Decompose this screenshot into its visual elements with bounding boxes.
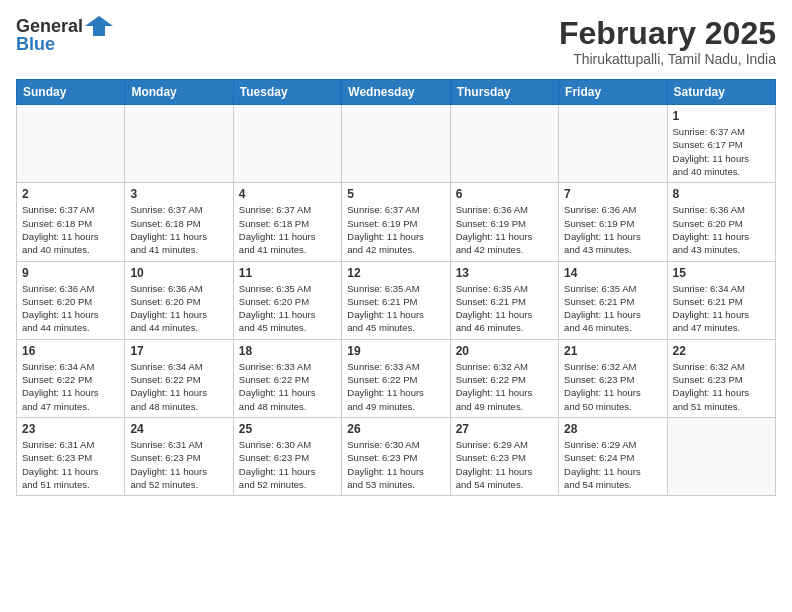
- day-number: 19: [347, 344, 444, 358]
- calendar-cell: 16Sunrise: 6:34 AMSunset: 6:22 PMDayligh…: [17, 339, 125, 417]
- day-info: Sunrise: 6:35 AMSunset: 6:21 PMDaylight:…: [564, 282, 661, 335]
- day-info: Sunrise: 6:34 AMSunset: 6:22 PMDaylight:…: [130, 360, 227, 413]
- day-info: Sunrise: 6:36 AMSunset: 6:20 PMDaylight:…: [130, 282, 227, 335]
- day-number: 22: [673, 344, 770, 358]
- day-number: 14: [564, 266, 661, 280]
- day-info: Sunrise: 6:30 AMSunset: 6:23 PMDaylight:…: [239, 438, 336, 491]
- day-number: 8: [673, 187, 770, 201]
- day-info: Sunrise: 6:30 AMSunset: 6:23 PMDaylight:…: [347, 438, 444, 491]
- col-header-friday: Friday: [559, 80, 667, 105]
- day-number: 27: [456, 422, 553, 436]
- calendar-cell: 4Sunrise: 6:37 AMSunset: 6:18 PMDaylight…: [233, 183, 341, 261]
- calendar-cell: 8Sunrise: 6:36 AMSunset: 6:20 PMDaylight…: [667, 183, 775, 261]
- day-info: Sunrise: 6:37 AMSunset: 6:18 PMDaylight:…: [239, 203, 336, 256]
- logo-text: General: [16, 17, 83, 35]
- day-number: 21: [564, 344, 661, 358]
- day-number: 15: [673, 266, 770, 280]
- calendar-cell: 21Sunrise: 6:32 AMSunset: 6:23 PMDayligh…: [559, 339, 667, 417]
- calendar-cell: 19Sunrise: 6:33 AMSunset: 6:22 PMDayligh…: [342, 339, 450, 417]
- day-info: Sunrise: 6:36 AMSunset: 6:20 PMDaylight:…: [673, 203, 770, 256]
- day-info: Sunrise: 6:34 AMSunset: 6:21 PMDaylight:…: [673, 282, 770, 335]
- calendar-cell: 10Sunrise: 6:36 AMSunset: 6:20 PMDayligh…: [125, 261, 233, 339]
- day-info: Sunrise: 6:35 AMSunset: 6:21 PMDaylight:…: [347, 282, 444, 335]
- day-info: Sunrise: 6:32 AMSunset: 6:23 PMDaylight:…: [673, 360, 770, 413]
- day-number: 23: [22, 422, 119, 436]
- day-number: 13: [456, 266, 553, 280]
- calendar-week-4: 23Sunrise: 6:31 AMSunset: 6:23 PMDayligh…: [17, 417, 776, 495]
- page-header: General Blue February 2025 Thirukattupal…: [16, 16, 776, 67]
- title-area: February 2025 Thirukattupalli, Tamil Nad…: [559, 16, 776, 67]
- calendar-cell: 22Sunrise: 6:32 AMSunset: 6:23 PMDayligh…: [667, 339, 775, 417]
- day-number: 7: [564, 187, 661, 201]
- calendar-cell: 26Sunrise: 6:30 AMSunset: 6:23 PMDayligh…: [342, 417, 450, 495]
- col-header-sunday: Sunday: [17, 80, 125, 105]
- calendar-cell: 14Sunrise: 6:35 AMSunset: 6:21 PMDayligh…: [559, 261, 667, 339]
- day-number: 28: [564, 422, 661, 436]
- day-info: Sunrise: 6:35 AMSunset: 6:21 PMDaylight:…: [456, 282, 553, 335]
- day-number: 20: [456, 344, 553, 358]
- calendar-cell: [233, 105, 341, 183]
- day-info: Sunrise: 6:36 AMSunset: 6:20 PMDaylight:…: [22, 282, 119, 335]
- calendar-cell: 11Sunrise: 6:35 AMSunset: 6:20 PMDayligh…: [233, 261, 341, 339]
- calendar-cell: 2Sunrise: 6:37 AMSunset: 6:18 PMDaylight…: [17, 183, 125, 261]
- calendar-cell: 28Sunrise: 6:29 AMSunset: 6:24 PMDayligh…: [559, 417, 667, 495]
- day-info: Sunrise: 6:29 AMSunset: 6:23 PMDaylight:…: [456, 438, 553, 491]
- calendar-cell: 3Sunrise: 6:37 AMSunset: 6:18 PMDaylight…: [125, 183, 233, 261]
- logo-icon: [85, 16, 113, 36]
- day-number: 2: [22, 187, 119, 201]
- calendar-week-2: 9Sunrise: 6:36 AMSunset: 6:20 PMDaylight…: [17, 261, 776, 339]
- calendar-cell: 7Sunrise: 6:36 AMSunset: 6:19 PMDaylight…: [559, 183, 667, 261]
- day-info: Sunrise: 6:36 AMSunset: 6:19 PMDaylight:…: [456, 203, 553, 256]
- col-header-wednesday: Wednesday: [342, 80, 450, 105]
- month-title: February 2025: [559, 16, 776, 51]
- day-number: 17: [130, 344, 227, 358]
- calendar-cell: 18Sunrise: 6:33 AMSunset: 6:22 PMDayligh…: [233, 339, 341, 417]
- day-info: Sunrise: 6:29 AMSunset: 6:24 PMDaylight:…: [564, 438, 661, 491]
- day-number: 16: [22, 344, 119, 358]
- day-info: Sunrise: 6:37 AMSunset: 6:18 PMDaylight:…: [22, 203, 119, 256]
- calendar-cell: 17Sunrise: 6:34 AMSunset: 6:22 PMDayligh…: [125, 339, 233, 417]
- calendar-cell: 12Sunrise: 6:35 AMSunset: 6:21 PMDayligh…: [342, 261, 450, 339]
- day-number: 26: [347, 422, 444, 436]
- calendar-cell: 5Sunrise: 6:37 AMSunset: 6:19 PMDaylight…: [342, 183, 450, 261]
- logo-blue: Blue: [16, 34, 55, 55]
- day-number: 10: [130, 266, 227, 280]
- calendar-cell: [559, 105, 667, 183]
- day-info: Sunrise: 6:33 AMSunset: 6:22 PMDaylight:…: [347, 360, 444, 413]
- calendar-week-0: 1Sunrise: 6:37 AMSunset: 6:17 PMDaylight…: [17, 105, 776, 183]
- calendar-week-3: 16Sunrise: 6:34 AMSunset: 6:22 PMDayligh…: [17, 339, 776, 417]
- calendar-cell: 24Sunrise: 6:31 AMSunset: 6:23 PMDayligh…: [125, 417, 233, 495]
- day-number: 4: [239, 187, 336, 201]
- location-title: Thirukattupalli, Tamil Nadu, India: [559, 51, 776, 67]
- day-number: 12: [347, 266, 444, 280]
- calendar-cell: 25Sunrise: 6:30 AMSunset: 6:23 PMDayligh…: [233, 417, 341, 495]
- logo: General Blue: [16, 16, 113, 55]
- calendar-cell: 20Sunrise: 6:32 AMSunset: 6:22 PMDayligh…: [450, 339, 558, 417]
- day-info: Sunrise: 6:37 AMSunset: 6:18 PMDaylight:…: [130, 203, 227, 256]
- day-number: 25: [239, 422, 336, 436]
- col-header-tuesday: Tuesday: [233, 80, 341, 105]
- calendar-cell: 15Sunrise: 6:34 AMSunset: 6:21 PMDayligh…: [667, 261, 775, 339]
- day-info: Sunrise: 6:36 AMSunset: 6:19 PMDaylight:…: [564, 203, 661, 256]
- day-info: Sunrise: 6:35 AMSunset: 6:20 PMDaylight:…: [239, 282, 336, 335]
- day-number: 5: [347, 187, 444, 201]
- calendar-cell: 9Sunrise: 6:36 AMSunset: 6:20 PMDaylight…: [17, 261, 125, 339]
- day-info: Sunrise: 6:37 AMSunset: 6:19 PMDaylight:…: [347, 203, 444, 256]
- day-info: Sunrise: 6:31 AMSunset: 6:23 PMDaylight:…: [130, 438, 227, 491]
- calendar-cell: [342, 105, 450, 183]
- calendar-cell: 1Sunrise: 6:37 AMSunset: 6:17 PMDaylight…: [667, 105, 775, 183]
- calendar-table: SundayMondayTuesdayWednesdayThursdayFrid…: [16, 79, 776, 496]
- calendar-cell: 6Sunrise: 6:36 AMSunset: 6:19 PMDaylight…: [450, 183, 558, 261]
- day-info: Sunrise: 6:32 AMSunset: 6:23 PMDaylight:…: [564, 360, 661, 413]
- col-header-monday: Monday: [125, 80, 233, 105]
- calendar-cell: 13Sunrise: 6:35 AMSunset: 6:21 PMDayligh…: [450, 261, 558, 339]
- calendar-cell: 23Sunrise: 6:31 AMSunset: 6:23 PMDayligh…: [17, 417, 125, 495]
- calendar-cell: [125, 105, 233, 183]
- calendar-header-row: SundayMondayTuesdayWednesdayThursdayFrid…: [17, 80, 776, 105]
- day-info: Sunrise: 6:31 AMSunset: 6:23 PMDaylight:…: [22, 438, 119, 491]
- col-header-thursday: Thursday: [450, 80, 558, 105]
- day-number: 24: [130, 422, 227, 436]
- calendar-week-1: 2Sunrise: 6:37 AMSunset: 6:18 PMDaylight…: [17, 183, 776, 261]
- day-info: Sunrise: 6:33 AMSunset: 6:22 PMDaylight:…: [239, 360, 336, 413]
- day-info: Sunrise: 6:34 AMSunset: 6:22 PMDaylight:…: [22, 360, 119, 413]
